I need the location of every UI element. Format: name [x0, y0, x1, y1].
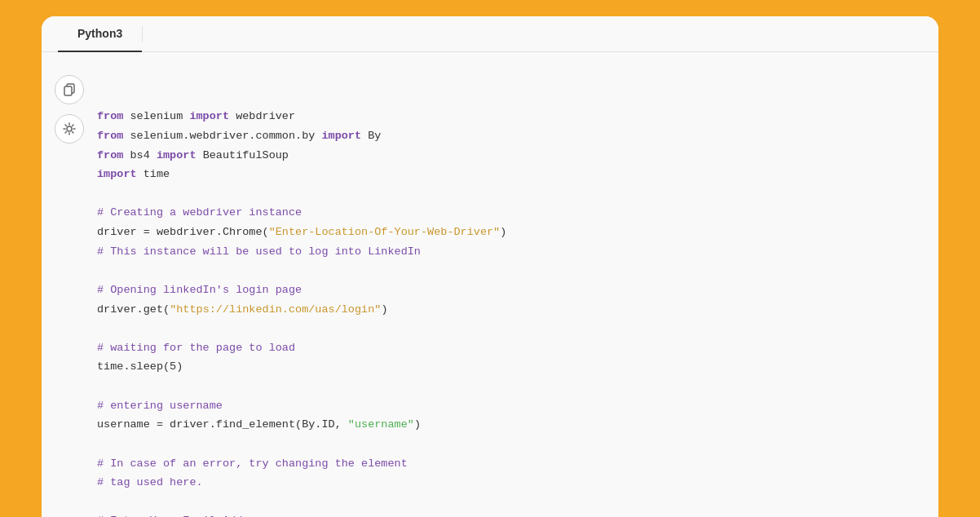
code-line: from bs4 import BeautifulSoup: [97, 146, 914, 166]
code-line: # In case of an error, try changing the …: [97, 454, 914, 474]
code-line: driver = webdriver.Chrome("Enter-Locatio…: [97, 223, 914, 242]
sidebar-icons: [42, 68, 97, 517]
sun-icon: [63, 122, 76, 135]
copy-button[interactable]: [55, 75, 84, 104]
code-line: from selenium import webdriver: [97, 107, 914, 126]
content-area: from selenium import webdriverfrom selen…: [42, 52, 938, 517]
code-line: driver.get("https://linkedin.com/uas/log…: [97, 300, 914, 320]
code-line: # This instance will be used to log into…: [97, 242, 914, 262]
code-line: [97, 319, 914, 338]
svg-rect-1: [64, 86, 72, 95]
code-line: [97, 377, 914, 396]
svg-line-7: [65, 125, 66, 126]
code-panel: from selenium import webdriverfrom selen…: [97, 68, 938, 517]
code-line: [97, 261, 914, 281]
code-line: # Enter Your Email Address: [97, 511, 914, 517]
theme-button[interactable]: [55, 114, 84, 144]
code-line: # Creating a webdriver instance: [97, 203, 914, 223]
code-line: username = driver.find_element(By.ID, "u…: [97, 415, 914, 435]
svg-line-9: [73, 125, 73, 126]
code-line: # Opening linkedIn's login page: [97, 281, 914, 300]
code-line: # entering username: [97, 396, 914, 416]
main-card: Python3: [42, 16, 938, 517]
code-line: [97, 184, 914, 204]
tab-divider: [142, 26, 143, 42]
code-line: # waiting for the page to load: [97, 338, 914, 358]
svg-point-2: [67, 126, 72, 131]
code-line: from selenium.webdriver.common.by import…: [97, 126, 914, 146]
tab-bar: Python3: [42, 16, 938, 52]
code-line: # tag used here.: [97, 473, 914, 493]
code-line: time.sleep(5): [97, 357, 914, 377]
code-line: import time: [97, 165, 914, 184]
tab-python3[interactable]: Python3: [58, 16, 142, 52]
code-line: [97, 493, 914, 512]
code-line: [97, 435, 914, 454]
copy-icon: [63, 83, 76, 96]
svg-line-10: [65, 132, 66, 133]
svg-line-8: [73, 132, 73, 133]
